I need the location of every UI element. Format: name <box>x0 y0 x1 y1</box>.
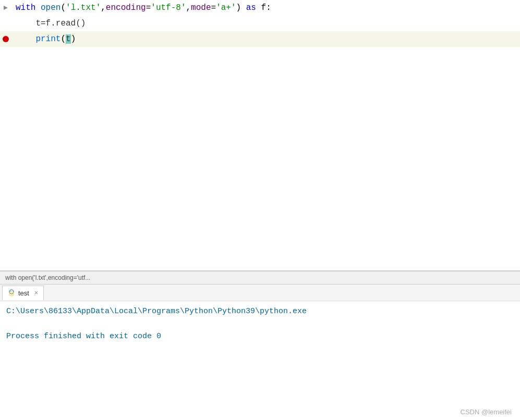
output-process-line: Process finished with exit code 0 <box>6 330 514 343</box>
code-line-1: with open('l.txt',encoding='utf-8',mode=… <box>0 0 520 16</box>
watermark: CSDN @lemeifei <box>461 408 512 416</box>
output-tabs: test × <box>0 285 520 301</box>
gutter-3 <box>0 31 11 47</box>
output-area: test × C:\Users\86133\AppData\Local\Prog… <box>0 285 520 420</box>
breakpoint-icon <box>3 36 9 42</box>
output-blank-line <box>6 320 514 330</box>
code-line-3: print(t) <box>0 31 520 47</box>
output-path-line: C:\Users\86133\AppData\Local\Programs\Py… <box>6 305 514 318</box>
output-content: C:\Users\86133\AppData\Local\Programs\Py… <box>0 301 520 347</box>
code-container: with open('l.txt',encoding='utf-8',mode=… <box>0 0 520 270</box>
gutter-2 <box>0 16 11 31</box>
status-bar-text: with open('l.txt',encoding='utf... <box>5 274 90 281</box>
svg-point-4 <box>12 294 13 295</box>
svg-point-2 <box>10 291 11 292</box>
line-2-text: t=f.read() <box>11 16 86 31</box>
python-icon <box>8 289 15 297</box>
editor-area: with open('l.txt',encoding='utf-8',mode=… <box>0 0 520 271</box>
output-tab-test[interactable]: test × <box>2 286 44 300</box>
watermark-text: CSDN @lemeifei <box>461 408 512 416</box>
line-1-text: with open('l.txt',encoding='utf-8',mode=… <box>11 0 271 16</box>
gutter-arrow-icon <box>3 5 9 11</box>
editor-wrapper: with open('l.txt',encoding='utf-8',mode=… <box>0 0 520 420</box>
tab-label: test <box>18 289 29 297</box>
tab-close-button[interactable]: × <box>34 289 38 297</box>
status-bar: with open('l.txt',encoding='utf... <box>0 271 520 285</box>
line-3-text: print(t) <box>11 31 76 47</box>
svg-marker-0 <box>4 6 8 10</box>
gutter-1 <box>0 0 11 16</box>
code-line-2: t=f.read() <box>0 16 520 31</box>
